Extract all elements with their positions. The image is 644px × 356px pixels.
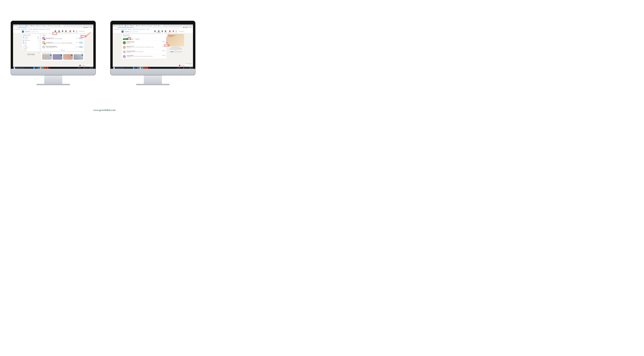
withdraw-button[interactable]: Withdraw	[162, 46, 165, 47]
tray-icon[interactable]: ˄	[82, 68, 82, 68]
task-icon[interactable]	[49, 67, 50, 69]
tray-lang[interactable]: ENG	[186, 68, 188, 68]
extension-icon[interactable]	[184, 27, 185, 28]
sidebar-item-groups[interactable]: 👥Groups8	[22, 41, 40, 43]
bookmark-item[interactable]: ICAI - The Institute...	[14, 29, 20, 30]
suggestion-tile[interactable]: ×	[53, 54, 62, 60]
tab-item[interactable]: Overview×	[42, 25, 48, 27]
back-icon[interactable]: ←	[14, 27, 14, 28]
dismiss-icon[interactable]: ×	[82, 54, 83, 56]
chevron-down-icon[interactable]: ▾	[88, 26, 89, 27]
premium-link[interactable]: Try Premium for free	[178, 31, 184, 32]
ignore-button[interactable]: Ignore	[76, 42, 78, 43]
task-icon[interactable]	[150, 67, 152, 69]
bookmark-item[interactable]: Amazon.in: Buy VEL...	[39, 29, 46, 30]
sidebar-item-pages[interactable]: 📄Pages4	[22, 45, 40, 46]
withdraw-button[interactable]: Withdraw	[162, 50, 165, 51]
bookmark-item[interactable]: ICAI - The Institute...	[114, 29, 120, 30]
maximize-icon[interactable]: ▢	[90, 26, 92, 27]
menu-icon[interactable]: ⋮	[192, 27, 192, 28]
task-icon[interactable]	[38, 67, 40, 69]
tab-item[interactable]: New Tab×	[54, 25, 58, 27]
messaging-dock[interactable]: Messaging ⋯ ✎ ˄	[79, 64, 92, 67]
more-icon[interactable]: ⋯	[188, 65, 189, 66]
show-less-button[interactable]: Show less ˄	[22, 50, 40, 51]
bookmark-item[interactable]: ▶ YouTube	[28, 29, 32, 30]
bookmark-item[interactable]: ▶ YouTube	[128, 29, 132, 30]
new-tab-button[interactable]: +	[64, 26, 65, 27]
sidebar-item-event[interactable]: 📅Event1	[22, 43, 40, 45]
bookmark-item[interactable]: New Tab	[146, 29, 149, 30]
nav-notifications[interactable]: Notifications	[68, 31, 72, 33]
start-button[interactable]	[14, 67, 16, 69]
task-icon[interactable]	[146, 67, 148, 69]
extension-icon[interactable]	[84, 27, 84, 28]
maximize-icon[interactable]: ▢	[190, 26, 191, 27]
dismiss-icon[interactable]: ×	[50, 54, 52, 56]
sidebar-item-contacts[interactable]: 📇Contacts694	[22, 38, 40, 40]
share-icon[interactable]: ⤴	[182, 27, 183, 28]
chevron-down-icon[interactable]: ▾	[188, 26, 188, 27]
task-icon[interactable]	[142, 67, 144, 69]
minimize-icon[interactable]: —	[189, 26, 190, 27]
tray-icon[interactable]: 🔊	[85, 68, 86, 68]
close-icon[interactable]: ×	[92, 26, 92, 27]
compose-icon[interactable]: ✎	[190, 65, 190, 66]
suggestion-tile[interactable]: ×	[63, 54, 73, 60]
tab-sent[interactable]: Sent	[128, 36, 131, 38]
tab-item[interactable]: New Tab×	[154, 25, 158, 27]
share-icon[interactable]: ⤴	[83, 27, 83, 28]
menu-icon[interactable]: ⋮	[92, 27, 93, 28]
forward-icon[interactable]: →	[114, 27, 115, 28]
premium-link[interactable]: Try Premium for free	[79, 31, 84, 32]
nav-mynetwork[interactable]: My Network	[157, 31, 160, 33]
nav-work[interactable]: Work ▾	[76, 31, 78, 33]
tab-item[interactable]: How To Es×	[48, 25, 54, 27]
reload-icon[interactable]: ⟳	[16, 27, 17, 28]
bookmark-item[interactable]: Personalize | Gram...	[21, 29, 28, 30]
tab-item[interactable]: How To Es×	[118, 25, 124, 27]
accept-button[interactable]: Accept	[79, 42, 83, 43]
tab-item[interactable]: Edit Post×	[113, 25, 118, 27]
chevron-up-icon[interactable]: ˄	[92, 65, 92, 66]
tab-item[interactable]: Overview×	[142, 25, 147, 27]
linkedin-logo[interactable]: in	[22, 31, 24, 33]
nav-home[interactable]: Home	[154, 31, 156, 33]
accept-button[interactable]: Accept	[79, 46, 83, 48]
tab-item[interactable]: How To Es×	[148, 25, 154, 27]
nav-messaging[interactable]: Messaging	[164, 31, 167, 33]
filter-pages[interactable]: Pages (0)	[129, 38, 134, 40]
tray-icon[interactable]: 📶	[183, 68, 184, 68]
minimize-icon[interactable]: —	[89, 26, 90, 27]
messaging-dock[interactable]: Messaging ⋯ ✎ ˄	[178, 64, 192, 67]
extension-icon[interactable]	[88, 27, 88, 28]
tab-received[interactable]: Received	[123, 36, 128, 38]
tray-icon[interactable]: ☁	[82, 68, 83, 68]
sidebar-item-newsletter[interactable]: 📰Newsletter1	[22, 46, 40, 48]
dismiss-icon[interactable]: ×	[60, 54, 62, 56]
search-input[interactable]: 🔍 Search	[124, 31, 138, 33]
tab-item-active[interactable]: LinkedIn×	[58, 25, 64, 27]
puzzle-icon[interactable]: 🧩	[90, 27, 90, 28]
task-icon[interactable]	[42, 67, 44, 69]
tab-item[interactable]: Edit Post×	[13, 25, 19, 27]
sidebar-item-following[interactable]: 👤People I Follow14	[22, 40, 40, 41]
extension-icon[interactable]	[86, 27, 87, 28]
weather-widget[interactable]: ☀ 29°C Haze	[177, 68, 180, 68]
tray-icon[interactable]: 📶	[84, 68, 84, 68]
filter-people[interactable]: People (8)	[123, 38, 128, 40]
chevron-up-icon[interactable]: ˄	[191, 65, 192, 66]
star-icon[interactable]: ★	[89, 27, 89, 28]
nav-me[interactable]: Me ▾	[73, 31, 74, 33]
task-icon[interactable]	[44, 67, 46, 69]
tab-item[interactable]: LinkedIn×	[25, 25, 30, 27]
task-icon[interactable]	[46, 67, 48, 69]
task-icon[interactable]	[40, 67, 42, 69]
nav-home[interactable]: Home	[54, 31, 56, 33]
tab-item[interactable]: How To Es×	[19, 25, 25, 27]
withdraw-button[interactable]: Withdraw	[162, 41, 165, 42]
bookmark-item[interactable]: Amazon.in: Buy VEL...	[139, 29, 146, 30]
tab-item[interactable]: Tools & Fi×	[136, 25, 142, 27]
sidebar-item-hashtags[interactable]: #Hashtags3	[22, 48, 40, 50]
tray-icon[interactable]: ☁	[182, 68, 183, 68]
